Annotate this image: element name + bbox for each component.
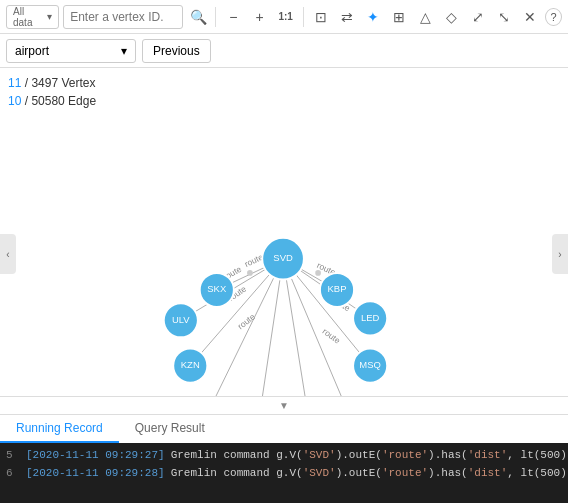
airport-dropdown[interactable]: airport ▾: [6, 39, 136, 63]
toolbar-row1: All data ▾ 🔍 − + 1:1 ⊡ ⇄ ✦ ⊞ △ ◇ ⤢ ⤡ ✕ ?: [0, 0, 568, 34]
chevron-down-icon2: ▾: [121, 44, 127, 58]
tab-running-record[interactable]: Running Record: [0, 415, 119, 443]
tabs-bar: Running Record Query Result: [0, 414, 568, 443]
close-x-icon[interactable]: ✕: [519, 5, 541, 29]
bottom-expand-button[interactable]: ▼: [0, 396, 568, 414]
zoom-in-icon[interactable]: +: [248, 5, 270, 29]
vertex-highlight-icon[interactable]: ✦: [362, 5, 384, 29]
previous-button[interactable]: Previous: [142, 39, 211, 63]
chevron-down-icon3: ▼: [279, 400, 289, 411]
log-num-1: 5: [6, 447, 20, 465]
divider2: [303, 7, 304, 27]
graph-svg: route route route route route route rout…: [0, 112, 568, 396]
stats-row: 11 / 3497 Vertex 10 / 50580 Edge: [0, 68, 568, 112]
edge-label: Edge: [68, 94, 96, 108]
zoom-out-icon[interactable]: −: [222, 5, 244, 29]
divider1: [215, 7, 216, 27]
node-label-KBP: KBP: [328, 283, 347, 294]
vertex-total: 3497: [31, 76, 58, 90]
log-timestamp-1: [2020-11-11 09:29:27]: [26, 447, 165, 465]
tab-query-result[interactable]: Query Result: [119, 415, 221, 443]
diamond-icon[interactable]: ◇: [441, 5, 463, 29]
node-label-SVD: SVD: [273, 252, 293, 263]
data-dropdown[interactable]: All data ▾: [6, 5, 59, 29]
collapse-icon[interactable]: ⤡: [493, 5, 515, 29]
node-label-SKX: SKX: [207, 283, 227, 294]
chevron-down-icon: ▾: [47, 11, 52, 22]
edge-total: 50580: [31, 94, 64, 108]
grid-icon[interactable]: ⊞: [388, 5, 410, 29]
node-label-LED: LED: [361, 312, 380, 323]
nodes-group[interactable]: SVD SKX KBP ULV LED KZN MSQ EGO: [164, 238, 387, 396]
vertex-id-input[interactable]: [63, 5, 183, 29]
log-area: 5 [2020-11-11 09:29:27] Gremlin command …: [0, 443, 568, 503]
search-icon[interactable]: 🔍: [187, 5, 209, 29]
triangle-icon[interactable]: △: [414, 5, 436, 29]
svg-text:route: route: [236, 311, 258, 331]
log-num-2: 6: [6, 465, 20, 483]
node-label-ULV: ULV: [172, 314, 190, 325]
node-label-KZN: KZN: [181, 359, 200, 370]
expand-icon[interactable]: ⤢: [467, 5, 489, 29]
log-timestamp-2: [2020-11-11 09:29:28]: [26, 465, 165, 483]
svg-point-19: [315, 270, 321, 276]
help-icon[interactable]: ?: [545, 8, 562, 26]
scroll-right-arrow[interactable]: ›: [552, 234, 568, 274]
graph-canvas[interactable]: ‹ › route route route route route route …: [0, 112, 568, 396]
svg-point-18: [247, 270, 253, 276]
vertex-count: 11: [8, 76, 21, 90]
zoom-11-button[interactable]: 1:1: [275, 5, 297, 29]
toolbar-row2: airport ▾ Previous: [0, 34, 568, 68]
airport-label: airport: [15, 44, 49, 58]
vertex-separator: /: [25, 76, 28, 90]
log-line-1: 5 [2020-11-11 09:29:27] Gremlin command …: [6, 447, 562, 465]
edge-separator: /: [25, 94, 28, 108]
log-text-2: Gremlin command g.V('SVD').outE('route')…: [171, 465, 568, 483]
log-line-2: 6 [2020-11-11 09:29:28] Gremlin command …: [6, 465, 562, 483]
edge-count: 10: [8, 94, 21, 108]
svg-text:route: route: [321, 326, 343, 346]
node-label-MSQ: MSQ: [359, 359, 381, 370]
log-text-1: Gremlin command g.V('SVD').outE('route')…: [171, 447, 568, 465]
fit-screen-icon[interactable]: ⊡: [310, 5, 332, 29]
layout-icon[interactable]: ⇄: [336, 5, 358, 29]
scroll-left-arrow[interactable]: ‹: [0, 234, 16, 274]
vertex-label: Vertex: [61, 76, 95, 90]
data-dropdown-label: All data: [13, 6, 43, 28]
